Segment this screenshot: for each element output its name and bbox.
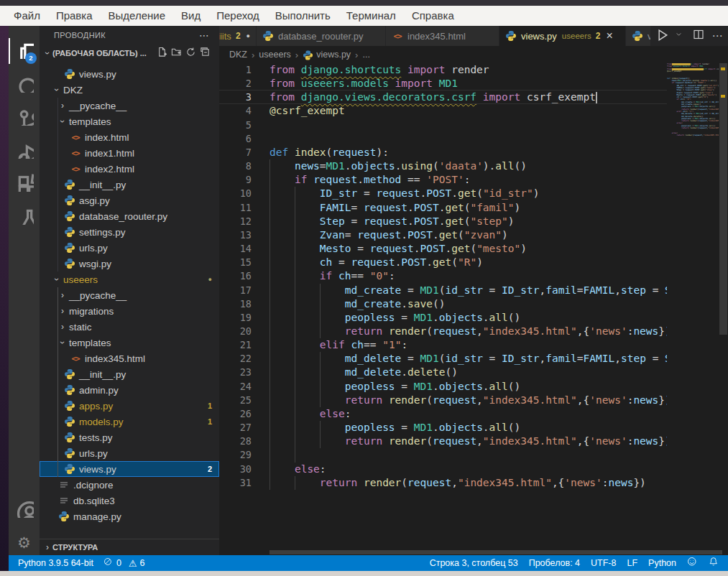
menu-справка[interactable]: Справка bbox=[404, 6, 462, 26]
sidebar-more-actions-icon[interactable]: ⋯ bbox=[199, 32, 209, 39]
text-file-icon bbox=[58, 495, 70, 506]
line-number: 30 bbox=[219, 463, 269, 476]
menu-вид[interactable]: Вид bbox=[173, 6, 208, 26]
tree-item-label: templates bbox=[69, 338, 111, 348]
collapse-all-button[interactable] bbox=[198, 47, 212, 60]
tree-folder-__pycache__[interactable]: ›__pycache__ bbox=[40, 287, 219, 303]
activity-settings[interactable]: ⚙ bbox=[9, 527, 40, 559]
menu-терминал[interactable]: Терминал bbox=[338, 6, 404, 26]
menu-выполнить[interactable]: Выполнить bbox=[267, 6, 338, 26]
activity-search[interactable] bbox=[9, 69, 40, 101]
activity-extensions[interactable] bbox=[9, 168, 40, 200]
gear-icon: ⚙ bbox=[17, 536, 31, 551]
tree-file-index345.html[interactable]: <>index345.html bbox=[40, 350, 219, 366]
breadcrumb-item[interactable]: DKZ bbox=[229, 50, 247, 60]
horizontal-scrollbar[interactable] bbox=[219, 549, 728, 555]
tree-file-database_roouter.py[interactable]: database_roouter.py bbox=[40, 208, 219, 224]
status-problems[interactable]: 0⚠6 bbox=[103, 557, 145, 570]
code-token: . bbox=[451, 187, 458, 199]
tab-views.py[interactable]: views.py bbox=[626, 26, 652, 46]
horizontal-scrollbar-thumb[interactable] bbox=[269, 550, 722, 554]
tree-file-models.py[interactable]: models.py1 bbox=[40, 414, 219, 429]
run-dropdown-icon[interactable] bbox=[672, 28, 688, 44]
code-token: ( bbox=[458, 229, 464, 241]
tree-folder-DKZ[interactable]: ›DKZ bbox=[40, 82, 219, 98]
status-indentation[interactable]: Пробелов: 4 bbox=[529, 558, 580, 568]
status-feedback[interactable] bbox=[687, 557, 698, 570]
menu-файл[interactable]: Файл bbox=[6, 6, 48, 26]
tree-item-label: wsgi.py bbox=[79, 259, 111, 269]
status-language-mode[interactable]: Python bbox=[648, 558, 676, 568]
menu-правка[interactable]: Правка bbox=[48, 6, 101, 26]
breadcrumb-item[interactable]: views.py bbox=[303, 50, 351, 60]
python-file-icon bbox=[632, 30, 643, 42]
tree-folder-migrations[interactable]: ›migrations bbox=[40, 303, 219, 319]
activity-explorer[interactable]: 2 bbox=[9, 35, 40, 67]
tree-file-urls.py[interactable]: urls.py bbox=[40, 445, 219, 461]
workspace-section-header[interactable]: › (РАБОЧАЯ ОБЛАСТЬ) ... bbox=[40, 45, 219, 62]
tree-file-views.py[interactable]: views.py2 bbox=[40, 461, 219, 477]
tree-file-.dcignore[interactable]: .dcignore bbox=[40, 477, 219, 493]
tree-file-settings.py[interactable]: settings.py bbox=[40, 224, 219, 240]
more-actions-icon[interactable]: ⋯ bbox=[709, 28, 725, 44]
refresh-button[interactable] bbox=[183, 47, 198, 60]
code-content[interactable]: from django.shortcuts import renderfrom … bbox=[269, 63, 667, 490]
tab-index345.html[interactable]: <>index345.html bbox=[386, 26, 499, 46]
tree-folder-templates[interactable]: ›templates bbox=[40, 335, 219, 350]
tree-file-__init__.py[interactable]: __init__.py bbox=[40, 177, 219, 192]
code-editor[interactable]: 1234567891011121314151617181920212223242… bbox=[219, 63, 728, 555]
close-icon[interactable]: × bbox=[606, 31, 612, 41]
status-eol[interactable]: LF bbox=[627, 558, 637, 568]
tree-file-index2.html[interactable]: <>index2.html bbox=[40, 161, 219, 177]
vertical-scrollbar[interactable] bbox=[719, 63, 727, 335]
indent-guide bbox=[295, 187, 295, 200]
status-label: Пробелов: 4 bbox=[529, 558, 580, 568]
new-folder-button[interactable] bbox=[169, 47, 183, 60]
activity-account[interactable] bbox=[9, 494, 40, 526]
activity-testing[interactable] bbox=[9, 201, 40, 233]
activity-source-control[interactable] bbox=[9, 102, 40, 134]
status-python-interpreter[interactable]: Python 3.9.5 64-bit bbox=[18, 558, 93, 568]
tree-file-wsgi.py[interactable]: wsgi.py bbox=[40, 256, 219, 271]
tree-folder-templates[interactable]: ›templates bbox=[40, 113, 219, 129]
indent-guide bbox=[269, 242, 270, 256]
tree-file-views.py[interactable]: views.py bbox=[40, 66, 219, 82]
status-notifications[interactable] bbox=[709, 557, 719, 570]
split-editor-icon[interactable] bbox=[691, 28, 706, 44]
tree-file-asgi.py[interactable]: asgi.py bbox=[40, 192, 219, 208]
tree-folder-useeers[interactable]: ›useeers● bbox=[40, 271, 219, 287]
tree-folder-__pycache__[interactable]: ›__pycache__ bbox=[40, 98, 219, 113]
code-line-23: md_delete.delete() bbox=[269, 366, 667, 379]
tree-file-index1.html[interactable]: <>index1.html bbox=[40, 145, 219, 161]
code-token: 'news' bbox=[589, 435, 627, 447]
tree-file-tests.py[interactable]: tests.py bbox=[40, 429, 219, 445]
run-button-icon[interactable] bbox=[653, 28, 669, 44]
tree-file-__init__.py[interactable]: __init__.py bbox=[40, 366, 219, 382]
menu-переход[interactable]: Переход bbox=[208, 6, 267, 26]
code-token: ch bbox=[351, 339, 364, 350]
status-encoding[interactable]: UTF-8 bbox=[591, 558, 616, 568]
tab-diiits[interactable]: diiits2● bbox=[219, 26, 257, 46]
indent-guide bbox=[269, 435, 270, 448]
minimap[interactable]: from django.shortcuts import renderfrom … bbox=[667, 63, 719, 555]
tree-folder-static[interactable]: ›static bbox=[40, 319, 219, 335]
tree-file-apps.py[interactable]: apps.py1 bbox=[40, 398, 219, 414]
breadcrumb-item[interactable]: useeers bbox=[259, 50, 290, 60]
status-cursor-position[interactable]: Строка 3, столбец 53 bbox=[430, 558, 518, 568]
new-file-button[interactable] bbox=[155, 47, 169, 60]
tab-database_roouter.py[interactable]: database_roouter.py bbox=[257, 26, 386, 46]
tree-file-urls.py[interactable]: urls.py bbox=[40, 240, 219, 256]
code-token: return bbox=[320, 477, 364, 488]
tree-file-manage.py[interactable]: manage.py bbox=[40, 508, 219, 524]
tab-views.py[interactable]: views.pyuseeers2× bbox=[499, 26, 626, 46]
tree-file-admin.py[interactable]: admin.py bbox=[40, 382, 219, 398]
menu-выделение[interactable]: Выделение bbox=[101, 6, 173, 26]
line-number-gutter[interactable]: 1234567891011121314151617181920212223242… bbox=[219, 63, 269, 490]
code-token: all bbox=[489, 422, 508, 433]
tree-file-index.html[interactable]: <>index.html bbox=[40, 129, 219, 145]
breadcrumb-item[interactable]: ... bbox=[362, 50, 369, 60]
overview-ruler[interactable] bbox=[719, 63, 728, 555]
outline-section-header[interactable]: › СТРУКТУРА bbox=[40, 539, 219, 554]
tree-file-db.sqlite3[interactable]: db.sqlite3 bbox=[40, 493, 219, 508]
activity-run-debug[interactable] bbox=[9, 135, 40, 167]
